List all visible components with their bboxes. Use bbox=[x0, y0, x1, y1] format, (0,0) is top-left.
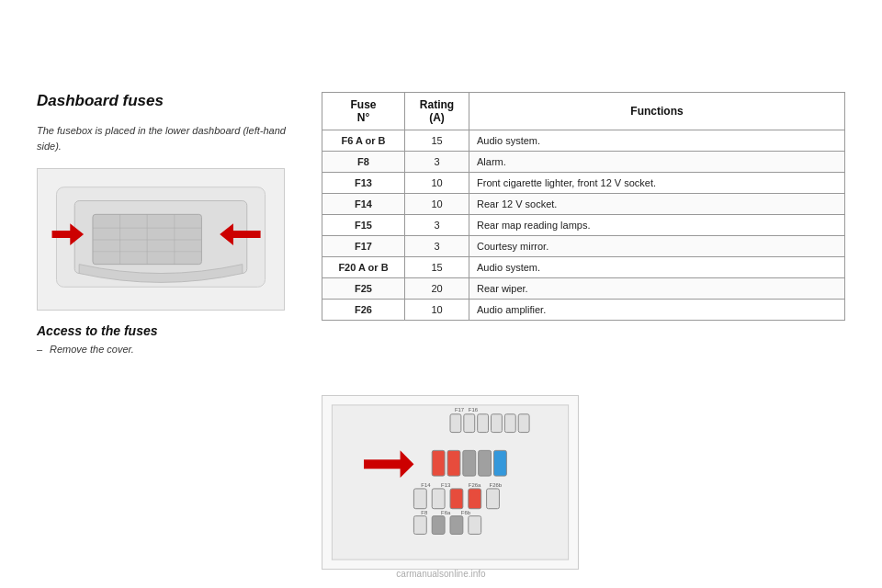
svg-rect-19 bbox=[518, 414, 529, 433]
fuse-rating: 10 bbox=[405, 300, 469, 321]
svg-rect-17 bbox=[492, 414, 503, 433]
svg-text:F14: F14 bbox=[421, 482, 431, 488]
fuse-rating: 10 bbox=[405, 194, 469, 215]
table-row: F2610Audio amplifier. bbox=[322, 300, 845, 321]
svg-rect-36 bbox=[487, 489, 500, 509]
svg-rect-25 bbox=[463, 450, 476, 476]
fuse-rating: 3 bbox=[405, 236, 469, 257]
fuse-rating: 3 bbox=[405, 152, 469, 173]
fuse-function: Rear 12 V socket. bbox=[469, 194, 845, 215]
svg-rect-15 bbox=[464, 414, 475, 433]
table-row: F173Courtesy mirror. bbox=[322, 236, 845, 257]
fuse-rating: 15 bbox=[405, 257, 469, 278]
svg-rect-24 bbox=[447, 450, 460, 476]
svg-text:F16: F16 bbox=[469, 407, 479, 413]
svg-text:F26a: F26a bbox=[469, 482, 481, 488]
svg-rect-42 bbox=[450, 516, 463, 535]
fuse-number: F17 bbox=[322, 236, 405, 257]
svg-rect-34 bbox=[450, 489, 463, 509]
table-row: F83Alarm. bbox=[322, 152, 845, 173]
svg-rect-26 bbox=[479, 450, 492, 476]
fuse-number: F14 bbox=[322, 194, 405, 215]
right-column: FuseN° Rating(A) Functions F6 A or B15Au… bbox=[322, 92, 845, 321]
fuse-number: F8 bbox=[322, 152, 405, 173]
fuse-function: Alarm. bbox=[469, 152, 845, 173]
page-container: Dashboard fuses The fusebox is placed in… bbox=[0, 0, 882, 588]
fuse-number: F25 bbox=[322, 278, 405, 300]
svg-rect-16 bbox=[478, 414, 489, 433]
left-column: Dashboard fuses The fusebox is placed in… bbox=[37, 92, 303, 355]
col-header-fuse: FuseN° bbox=[322, 93, 405, 130]
fuse-function: Rear map reading lamps. bbox=[469, 215, 845, 236]
svg-text:F6a: F6a bbox=[441, 510, 451, 515]
fuse-number: F6 A or B bbox=[322, 130, 405, 152]
section-description: The fusebox is placed in the lower dashb… bbox=[37, 123, 303, 153]
bottom-diagram: F17 F16 F14 F13 F26a F26b F8 F6a F6b bbox=[322, 395, 579, 570]
section-title: Dashboard fuses bbox=[37, 92, 303, 110]
svg-rect-18 bbox=[504, 414, 515, 433]
fuse-function: Courtesy mirror. bbox=[469, 236, 845, 257]
svg-text:F8: F8 bbox=[421, 510, 428, 515]
svg-rect-43 bbox=[469, 516, 481, 535]
table-row: F2520Rear wiper. bbox=[322, 278, 845, 300]
dashboard-image bbox=[37, 168, 285, 311]
svg-rect-23 bbox=[432, 450, 445, 476]
fuse-rating: 10 bbox=[405, 173, 469, 194]
access-title: Access to the fuses bbox=[37, 323, 303, 338]
fuse-function: Rear wiper. bbox=[469, 278, 845, 300]
fuse-function: Front cigarette lighter, front 12 V sock… bbox=[469, 173, 845, 194]
fuse-function: Audio amplifier. bbox=[469, 300, 845, 321]
fuse-rating: 20 bbox=[405, 278, 469, 300]
svg-text:F26b: F26b bbox=[490, 482, 503, 488]
fuse-rating: 15 bbox=[405, 130, 469, 152]
svg-rect-40 bbox=[413, 516, 426, 535]
fuse-number: F20 A or B bbox=[322, 257, 405, 278]
svg-rect-41 bbox=[432, 516, 445, 535]
svg-rect-33 bbox=[432, 489, 445, 509]
svg-text:F6b: F6b bbox=[461, 510, 471, 515]
fuse-number: F26 bbox=[322, 300, 405, 321]
table-row: F6 A or B15Audio system. bbox=[322, 130, 845, 152]
svg-rect-27 bbox=[493, 450, 506, 476]
svg-rect-14 bbox=[450, 414, 461, 433]
fuse-number: F13 bbox=[322, 173, 405, 194]
fuse-rating: 3 bbox=[405, 215, 469, 236]
fuse-table: FuseN° Rating(A) Functions F6 A or B15Au… bbox=[322, 92, 845, 321]
fuse-function: Audio system. bbox=[469, 130, 845, 152]
svg-rect-32 bbox=[413, 489, 426, 509]
svg-rect-35 bbox=[469, 489, 481, 509]
table-row: F1310Front cigarette lighter, front 12 V… bbox=[322, 173, 845, 194]
col-header-functions: Functions bbox=[469, 93, 845, 130]
access-bullet: Remove the cover. bbox=[37, 344, 303, 355]
table-row: F1410Rear 12 V socket. bbox=[322, 194, 845, 215]
watermark: carmanualsonline.info bbox=[396, 569, 485, 579]
table-row: F153Rear map reading lamps. bbox=[322, 215, 845, 236]
fuse-number: F15 bbox=[322, 215, 405, 236]
col-header-rating: Rating(A) bbox=[405, 93, 469, 130]
svg-text:F17: F17 bbox=[455, 407, 464, 413]
table-row: F20 A or B15Audio system. bbox=[322, 257, 845, 278]
svg-text:F13: F13 bbox=[441, 482, 451, 488]
fuse-function: Audio system. bbox=[469, 257, 845, 278]
